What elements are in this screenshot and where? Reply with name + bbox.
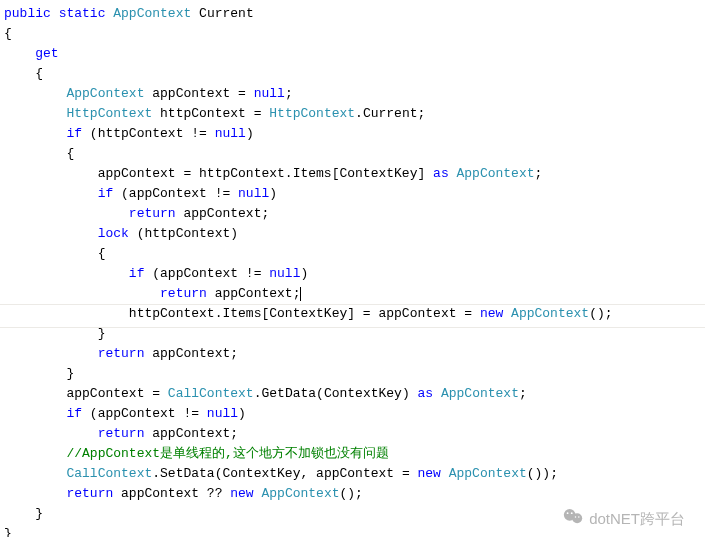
type: AppContext <box>66 86 144 101</box>
brace: { <box>66 146 74 161</box>
code-text: appContext; <box>144 346 238 361</box>
wechat-icon <box>563 508 583 530</box>
keyword: new <box>230 486 253 501</box>
code-text <box>441 466 449 481</box>
code-text <box>503 306 511 321</box>
svg-point-4 <box>575 516 577 518</box>
code-text: appContext = <box>66 386 167 401</box>
type: HttpContext <box>66 106 152 121</box>
keyword: new <box>480 306 503 321</box>
keyword: as <box>418 386 434 401</box>
keyword: return <box>160 286 207 301</box>
code-text: ; <box>285 86 293 101</box>
svg-point-2 <box>567 512 569 514</box>
svg-point-3 <box>571 512 573 514</box>
code-text: (appContext != <box>82 406 207 421</box>
code-text: ) <box>300 266 308 281</box>
code-text: .Current; <box>355 106 425 121</box>
code-text <box>449 166 457 181</box>
type: CallContext <box>66 466 152 481</box>
svg-point-1 <box>572 513 582 523</box>
code-text: appContext; <box>144 426 238 441</box>
type: HttpContext <box>269 106 355 121</box>
brace: { <box>4 26 12 41</box>
type: CallContext <box>168 386 254 401</box>
keyword: if <box>66 126 82 141</box>
keyword: if <box>66 406 82 421</box>
code-text: (httpContext != <box>82 126 215 141</box>
code-text: ; <box>519 386 527 401</box>
code-text: ) <box>238 406 246 421</box>
code-text: (appContext != <box>144 266 269 281</box>
type: AppContext <box>457 166 535 181</box>
type: AppContext <box>511 306 589 321</box>
brace: } <box>66 366 74 381</box>
keyword: null <box>207 406 238 421</box>
keyword: static <box>59 6 106 21</box>
code-text: httpContext = <box>152 106 269 121</box>
code-text: ) <box>246 126 254 141</box>
identifier: Current <box>199 6 254 21</box>
type: AppContext <box>261 486 339 501</box>
watermark-text: dotNET跨平台 <box>589 509 685 529</box>
keyword: if <box>98 186 114 201</box>
keyword: return <box>98 346 145 361</box>
code-text: appContext = <box>144 86 253 101</box>
keyword: lock <box>98 226 129 241</box>
keyword: null <box>254 86 285 101</box>
svg-point-5 <box>578 516 580 518</box>
keyword: get <box>35 46 58 61</box>
keyword: return <box>129 206 176 221</box>
code-text: appContext; <box>207 286 301 301</box>
brace: { <box>98 246 106 261</box>
keyword: public <box>4 6 51 21</box>
comment: //AppContext是单线程的,这个地方不加锁也没有问题 <box>66 446 388 461</box>
brace: } <box>4 526 12 537</box>
watermark: dotNET跨平台 <box>563 508 685 530</box>
code-text: ()); <box>527 466 558 481</box>
keyword: null <box>238 186 269 201</box>
code-text: (); <box>340 486 363 501</box>
keyword: return <box>98 426 145 441</box>
type: AppContext <box>441 386 519 401</box>
keyword: return <box>66 486 113 501</box>
keyword: new <box>418 466 441 481</box>
code-text: ; <box>535 166 543 181</box>
keyword: null <box>269 266 300 281</box>
code-text: (httpContext) <box>129 226 238 241</box>
code-text: httpContext.Items[ContextKey] = appConte… <box>129 306 480 321</box>
code-text: appContext ?? <box>113 486 230 501</box>
code-text: appContext = httpContext.Items[ContextKe… <box>98 166 433 181</box>
code-text: ) <box>269 186 277 201</box>
code-text: .SetData(ContextKey, appContext = <box>152 466 417 481</box>
code-text: appContext; <box>176 206 270 221</box>
code-text: .GetData(ContextKey) <box>254 386 418 401</box>
keyword: if <box>129 266 145 281</box>
code-text <box>433 386 441 401</box>
type: AppContext <box>449 466 527 481</box>
keyword: as <box>433 166 449 181</box>
brace: } <box>98 326 106 341</box>
code-block: public static AppContext Current { get {… <box>4 4 705 537</box>
keyword: null <box>215 126 246 141</box>
brace: } <box>35 506 43 521</box>
code-text: (); <box>589 306 612 321</box>
caret <box>300 287 301 301</box>
type: AppContext <box>113 6 191 21</box>
brace: { <box>35 66 43 81</box>
code-text: (appContext != <box>113 186 238 201</box>
